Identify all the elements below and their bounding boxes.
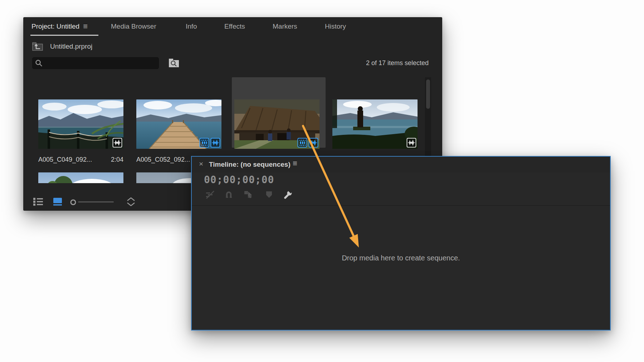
slider-knob-icon	[70, 199, 76, 205]
tab-markers[interactable]: Markers	[273, 17, 297, 36]
audio-usage-badge	[210, 138, 220, 148]
timecode-display[interactable]: 00;00;00;00	[204, 174, 274, 186]
scene-girl-overlooking-lake	[332, 99, 418, 149]
search-bin-icon	[168, 58, 180, 68]
sort-icons-icon	[127, 197, 135, 206]
clip-thumbnail-2[interactable]	[136, 99, 221, 149]
sort-icons-button[interactable]	[127, 197, 135, 206]
navigate-up-bin-icon[interactable]	[32, 42, 43, 51]
snap-button[interactable]	[224, 190, 234, 200]
breadcrumb-label: Untitled.prproj	[50, 43, 92, 50]
selection-status: 2 of 17 items selected	[366, 59, 429, 67]
zoom-slider-knob[interactable]	[70, 199, 76, 205]
panel-menu-icon[interactable]: ≡	[83, 23, 88, 30]
desktop: Project: Untitled ≡ Media Browser Info E…	[0, 0, 644, 362]
magnet-icon	[224, 190, 234, 200]
timeline-title: Timeline: (no sequences)	[209, 161, 291, 168]
marker-icon	[264, 190, 274, 200]
audio-usage-badge	[112, 138, 122, 148]
timeline-display-settings-button[interactable]	[283, 190, 293, 200]
nest-sequence-icon	[205, 190, 215, 200]
panel-tab-bar: Project: Untitled ≡ Media Browser Info E…	[23, 17, 442, 36]
timeline-panel: × Timeline: (no sequences) ≡ 00;00;00;00	[191, 156, 611, 331]
add-marker-button[interactable]	[264, 190, 274, 200]
drop-message: Drop media here to create sequence.	[192, 254, 610, 262]
clip-thumbnail-1[interactable]	[38, 99, 123, 149]
insert-overwrite-nests-button[interactable]	[205, 190, 215, 200]
video-usage-badge	[297, 138, 307, 148]
video-usage-badge	[199, 138, 209, 148]
wrench-icon	[283, 190, 293, 200]
clip-thumbnail-5[interactable]	[38, 172, 123, 183]
icon-view-icon	[53, 197, 62, 206]
timeline-drop-zone[interactable]: Drop media here to create sequence.	[192, 206, 610, 330]
tab-media-browser[interactable]: Media Browser	[111, 17, 156, 36]
clip-thumbnail-3[interactable]	[234, 99, 319, 149]
search-input[interactable]	[32, 57, 159, 69]
timeline-panel-menu-icon[interactable]: ≡	[293, 160, 297, 167]
timeline-divider	[192, 205, 610, 206]
grid-scrollbar-thumb[interactable]	[426, 79, 430, 109]
tab-effects[interactable]: Effects	[224, 17, 245, 36]
zoom-slider-track[interactable]	[78, 201, 114, 202]
tab-project[interactable]: Project: Untitled ≡	[31, 17, 88, 36]
clip-name: A005_C052_092...	[136, 156, 190, 163]
icon-view-button[interactable]	[53, 197, 62, 206]
linked-selection-icon	[243, 190, 253, 200]
tab-history[interactable]: History	[325, 17, 346, 36]
audio-usage-badge	[308, 138, 318, 148]
clip-duration: 2:04	[111, 156, 123, 163]
scene-lake-overlook-fence	[38, 99, 123, 149]
clip-label-1: A005_C049_092... 2:04	[38, 155, 123, 164]
clip-thumbnail-4[interactable]	[332, 99, 418, 149]
clip-name: A005_C049_092...	[38, 156, 92, 163]
breadcrumb: Untitled.prproj	[32, 41, 92, 52]
tab-project-label: Project: Untitled	[31, 23, 79, 30]
close-panel-icon[interactable]: ×	[199, 160, 203, 167]
tab-info[interactable]: Info	[186, 17, 197, 36]
list-view-icon	[33, 197, 43, 206]
linked-selection-button[interactable]	[243, 190, 253, 200]
active-tab-underline	[30, 35, 98, 36]
audio-usage-badge	[406, 138, 416, 148]
list-view-button[interactable]	[33, 197, 43, 206]
scene-tree-against-clouds	[38, 172, 123, 183]
new-search-bin-button[interactable]	[168, 58, 180, 68]
